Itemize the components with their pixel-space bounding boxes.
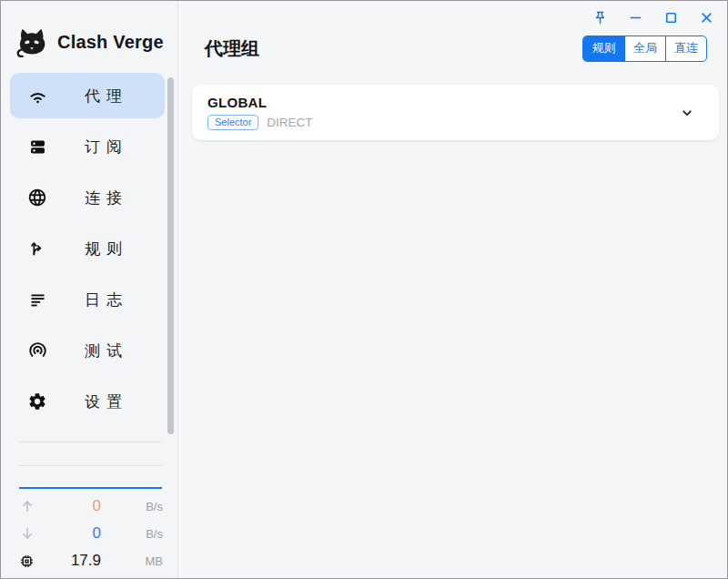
- memory-usage-unit: MB: [101, 554, 163, 568]
- sidebar-nav: 代理 订阅 连接: [1, 73, 177, 424]
- maximize-button[interactable]: [660, 7, 682, 27]
- memory-usage-row: 17.9 MB: [19, 547, 163, 574]
- sidebar-item-settings[interactable]: 设置: [10, 379, 165, 424]
- globe-icon: [26, 187, 48, 208]
- memory-chip-icon: [19, 554, 41, 569]
- sidebar-item-label: 连接: [85, 188, 128, 208]
- group-type-badge: Selector: [207, 115, 258, 130]
- arrow-up-icon: [19, 498, 41, 514]
- sidebar-item-label: 订阅: [85, 137, 128, 157]
- sidebar-item-proxies[interactable]: 代理: [10, 73, 165, 118]
- app-logo-row: Clash Verge: [1, 1, 177, 73]
- chevron-down-icon[interactable]: [677, 103, 697, 123]
- proxy-group-card[interactable]: GLOBAL Selector DIRECT: [192, 85, 719, 140]
- sidebar-item-label: 日志: [85, 290, 128, 310]
- memory-usage-value: 17.9: [41, 552, 101, 570]
- pin-window-button[interactable]: [589, 7, 611, 27]
- download-speed-row: 0 B/s: [19, 520, 163, 547]
- mode-direct-button[interactable]: 直连: [665, 36, 706, 61]
- mode-rule-button[interactable]: 规则: [583, 36, 624, 61]
- window-controls: [589, 7, 717, 27]
- proxy-group-subline: Selector DIRECT: [207, 115, 313, 130]
- dns-icon: [26, 136, 48, 157]
- divider: [19, 442, 162, 442]
- current-proxy-label: DIRECT: [267, 116, 312, 129]
- sidebar-item-label: 设置: [85, 391, 128, 412]
- download-speed-unit: B/s: [101, 527, 163, 541]
- upload-speed-value: 0: [41, 497, 101, 515]
- fork-arrow-icon: [26, 238, 48, 259]
- mode-global-button[interactable]: 全局: [624, 36, 665, 61]
- page-header: 代理组 规则 全局 直连: [205, 35, 707, 62]
- main-area: 代理组 规则 全局 直连 GLOBAL Selector DIRECT: [178, 1, 727, 578]
- sidebar-item-rules[interactable]: 规则: [10, 226, 165, 271]
- sidebar-item-profiles[interactable]: 订阅: [10, 124, 165, 169]
- sidebar-scrollbar-thumb[interactable]: [167, 77, 174, 434]
- sidebar-traffic-panel: 0 B/s 0 B/s 17.9 MB: [1, 436, 177, 578]
- gear-icon: [26, 391, 48, 412]
- upload-speed-row: 0 B/s: [19, 493, 163, 520]
- clash-verge-window: { "app": { "name": "Clash Verge" }, "win…: [0, 0, 728, 579]
- proxy-mode-switch: 规则 全局 直连: [582, 36, 707, 62]
- download-speed-value: 0: [41, 524, 101, 543]
- upload-speed-unit: B/s: [101, 500, 163, 513]
- page-title: 代理组: [205, 36, 259, 61]
- divider: [19, 465, 162, 466]
- sidebar: Clash Verge 代理 订阅: [1, 1, 178, 578]
- close-button[interactable]: [695, 7, 717, 27]
- minimize-button[interactable]: [624, 7, 646, 27]
- cat-logo-icon: [15, 25, 49, 58]
- proxy-group-name: GLOBAL: [207, 95, 267, 110]
- sidebar-item-logs[interactable]: 日志: [10, 277, 165, 322]
- sidebar-item-connections[interactable]: 连接: [10, 175, 165, 220]
- sidebar-item-label: 规则: [85, 239, 128, 259]
- arrow-down-icon: [19, 525, 41, 542]
- broadcast-icon: [26, 340, 48, 361]
- sidebar-item-test[interactable]: 测试: [10, 328, 165, 373]
- wifi-icon: [26, 85, 48, 107]
- sidebar-item-label: 测试: [85, 340, 128, 361]
- log-lines-icon: [26, 289, 48, 310]
- traffic-graph-baseline: [19, 487, 162, 489]
- sidebar-item-label: 代理: [85, 86, 128, 107]
- app-title: Clash Verge: [57, 32, 164, 53]
